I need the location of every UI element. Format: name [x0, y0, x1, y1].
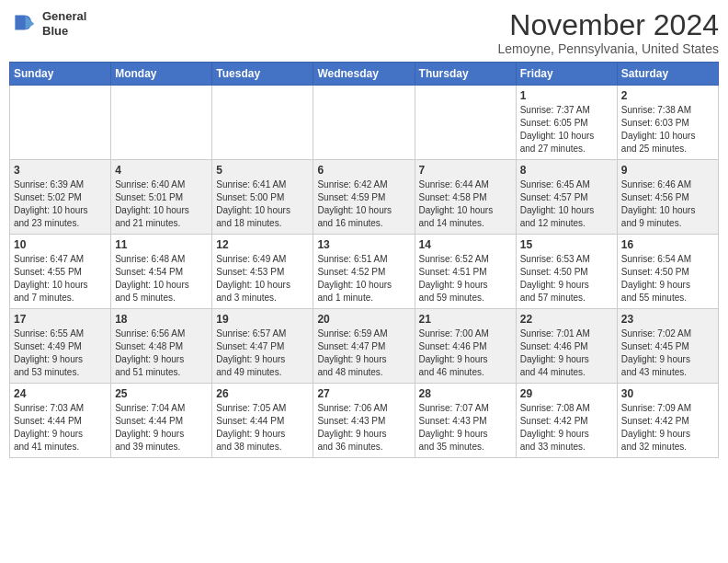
calendar-cell: 18Sunrise: 6:56 AM Sunset: 4:48 PM Dayli… [111, 309, 212, 384]
calendar-cell: 16Sunrise: 6:54 AM Sunset: 4:50 PM Dayli… [617, 235, 718, 309]
day-info: Sunrise: 6:42 AM Sunset: 4:59 PM Dayligh… [317, 178, 410, 230]
day-number: 26 [216, 387, 309, 400]
day-number: 20 [317, 313, 410, 326]
day-number: 8 [520, 164, 613, 177]
calendar-cell: 28Sunrise: 7:07 AM Sunset: 4:43 PM Dayli… [415, 384, 516, 458]
calendar-cell [212, 86, 313, 160]
calendar-cell: 12Sunrise: 6:49 AM Sunset: 4:53 PM Dayli… [212, 235, 313, 309]
day-number: 1 [520, 89, 613, 102]
weekday-header-saturday: Saturday [617, 63, 718, 86]
calendar-cell: 1Sunrise: 7:37 AM Sunset: 6:05 PM Daylig… [516, 86, 617, 160]
day-info: Sunrise: 7:06 AM Sunset: 4:43 PM Dayligh… [317, 402, 410, 454]
day-number: 2 [621, 89, 714, 102]
month-title: November 2024 [498, 9, 719, 41]
day-number: 27 [317, 387, 410, 400]
calendar-cell: 19Sunrise: 6:57 AM Sunset: 4:47 PM Dayli… [212, 309, 313, 384]
day-info: Sunrise: 6:51 AM Sunset: 4:52 PM Dayligh… [317, 253, 410, 304]
logo-text: General Blue [42, 9, 86, 38]
calendar-cell: 25Sunrise: 7:04 AM Sunset: 4:44 PM Dayli… [111, 384, 212, 458]
day-info: Sunrise: 7:02 AM Sunset: 4:45 PM Dayligh… [621, 327, 714, 379]
calendar-cell: 20Sunrise: 6:59 AM Sunset: 4:47 PM Dayli… [313, 309, 415, 384]
calendar-cell: 15Sunrise: 6:53 AM Sunset: 4:50 PM Dayli… [516, 235, 617, 309]
day-info: Sunrise: 7:08 AM Sunset: 4:42 PM Dayligh… [520, 402, 613, 454]
day-info: Sunrise: 6:55 AM Sunset: 4:49 PM Dayligh… [14, 327, 107, 379]
calendar-cell: 30Sunrise: 7:09 AM Sunset: 4:42 PM Dayli… [617, 384, 718, 458]
title-block: November 2024 Lemoyne, Pennsylvania, Uni… [498, 9, 719, 56]
day-number: 28 [419, 387, 512, 400]
calendar-cell: 26Sunrise: 7:05 AM Sunset: 4:44 PM Dayli… [212, 384, 313, 458]
day-number: 19 [216, 313, 309, 326]
day-number: 21 [419, 313, 512, 326]
calendar-cell [10, 86, 111, 160]
day-info: Sunrise: 6:52 AM Sunset: 4:51 PM Dayligh… [419, 253, 512, 304]
calendar-cell: 14Sunrise: 6:52 AM Sunset: 4:51 PM Dayli… [415, 235, 516, 309]
day-number: 16 [621, 238, 714, 251]
day-info: Sunrise: 6:46 AM Sunset: 4:56 PM Dayligh… [621, 178, 714, 230]
day-number: 13 [317, 238, 410, 251]
calendar-cell: 17Sunrise: 6:55 AM Sunset: 4:49 PM Dayli… [10, 309, 111, 384]
logo-icon [9, 9, 39, 39]
day-number: 3 [14, 164, 107, 177]
day-info: Sunrise: 6:41 AM Sunset: 5:00 PM Dayligh… [216, 178, 309, 230]
day-info: Sunrise: 7:07 AM Sunset: 4:43 PM Dayligh… [419, 402, 512, 454]
day-number: 10 [14, 238, 107, 251]
day-info: Sunrise: 6:40 AM Sunset: 5:01 PM Dayligh… [115, 178, 208, 230]
day-info: Sunrise: 6:45 AM Sunset: 4:57 PM Dayligh… [520, 178, 613, 230]
calendar-cell: 6Sunrise: 6:42 AM Sunset: 4:59 PM Daylig… [313, 160, 415, 235]
day-info: Sunrise: 7:38 AM Sunset: 6:03 PM Dayligh… [621, 104, 714, 155]
calendar-cell: 10Sunrise: 6:47 AM Sunset: 4:55 PM Dayli… [10, 235, 111, 309]
day-info: Sunrise: 6:54 AM Sunset: 4:50 PM Dayligh… [621, 253, 714, 304]
day-info: Sunrise: 6:49 AM Sunset: 4:53 PM Dayligh… [216, 253, 309, 304]
day-info: Sunrise: 6:53 AM Sunset: 4:50 PM Dayligh… [520, 253, 613, 304]
weekday-header-wednesday: Wednesday [313, 63, 415, 86]
day-info: Sunrise: 6:47 AM Sunset: 4:55 PM Dayligh… [14, 253, 107, 304]
weekday-header-thursday: Thursday [415, 63, 516, 86]
page-header: General Blue November 2024 Lemoyne, Penn… [9, 9, 719, 56]
day-info: Sunrise: 7:01 AM Sunset: 4:46 PM Dayligh… [520, 327, 613, 379]
weekday-header-tuesday: Tuesday [212, 63, 313, 86]
calendar-cell: 23Sunrise: 7:02 AM Sunset: 4:45 PM Dayli… [617, 309, 718, 384]
day-number: 24 [14, 387, 107, 400]
calendar-cell: 11Sunrise: 6:48 AM Sunset: 4:54 PM Dayli… [111, 235, 212, 309]
day-number: 22 [520, 313, 613, 326]
logo: General Blue [9, 9, 86, 39]
day-number: 4 [115, 164, 208, 177]
day-info: Sunrise: 6:44 AM Sunset: 4:58 PM Dayligh… [419, 178, 512, 230]
calendar-cell: 22Sunrise: 7:01 AM Sunset: 4:46 PM Dayli… [516, 309, 617, 384]
day-info: Sunrise: 7:03 AM Sunset: 4:44 PM Dayligh… [14, 402, 107, 454]
day-info: Sunrise: 6:59 AM Sunset: 4:47 PM Dayligh… [317, 327, 410, 379]
calendar-cell: 29Sunrise: 7:08 AM Sunset: 4:42 PM Dayli… [516, 384, 617, 458]
weekday-header-monday: Monday [111, 63, 212, 86]
calendar-cell [415, 86, 516, 160]
day-number: 29 [520, 387, 613, 400]
location: Lemoyne, Pennsylvania, United States [498, 41, 719, 56]
weekday-header-sunday: Sunday [10, 63, 111, 86]
calendar-cell: 24Sunrise: 7:03 AM Sunset: 4:44 PM Dayli… [10, 384, 111, 458]
day-info: Sunrise: 6:57 AM Sunset: 4:47 PM Dayligh… [216, 327, 309, 379]
day-info: Sunrise: 7:04 AM Sunset: 4:44 PM Dayligh… [115, 402, 208, 454]
day-number: 7 [419, 164, 512, 177]
calendar-cell: 2Sunrise: 7:38 AM Sunset: 6:03 PM Daylig… [617, 86, 718, 160]
day-info: Sunrise: 7:00 AM Sunset: 4:46 PM Dayligh… [419, 327, 512, 379]
calendar-cell: 8Sunrise: 6:45 AM Sunset: 4:57 PM Daylig… [516, 160, 617, 235]
calendar-cell: 27Sunrise: 7:06 AM Sunset: 4:43 PM Dayli… [313, 384, 415, 458]
calendar-cell: 13Sunrise: 6:51 AM Sunset: 4:52 PM Dayli… [313, 235, 415, 309]
calendar-cell [111, 86, 212, 160]
day-info: Sunrise: 6:56 AM Sunset: 4:48 PM Dayligh… [115, 327, 208, 379]
day-number: 25 [115, 387, 208, 400]
calendar-cell: 4Sunrise: 6:40 AM Sunset: 5:01 PM Daylig… [111, 160, 212, 235]
day-info: Sunrise: 7:09 AM Sunset: 4:42 PM Dayligh… [621, 402, 714, 454]
calendar-cell: 5Sunrise: 6:41 AM Sunset: 5:00 PM Daylig… [212, 160, 313, 235]
calendar-cell: 21Sunrise: 7:00 AM Sunset: 4:46 PM Dayli… [415, 309, 516, 384]
calendar-cell: 9Sunrise: 6:46 AM Sunset: 4:56 PM Daylig… [617, 160, 718, 235]
day-number: 30 [621, 387, 714, 400]
day-number: 11 [115, 238, 208, 251]
day-number: 18 [115, 313, 208, 326]
day-number: 5 [216, 164, 309, 177]
day-info: Sunrise: 6:48 AM Sunset: 4:54 PM Dayligh… [115, 253, 208, 304]
calendar-cell: 7Sunrise: 6:44 AM Sunset: 4:58 PM Daylig… [415, 160, 516, 235]
day-number: 14 [419, 238, 512, 251]
day-info: Sunrise: 7:37 AM Sunset: 6:05 PM Dayligh… [520, 104, 613, 155]
day-number: 23 [621, 313, 714, 326]
calendar-cell: 3Sunrise: 6:39 AM Sunset: 5:02 PM Daylig… [10, 160, 111, 235]
